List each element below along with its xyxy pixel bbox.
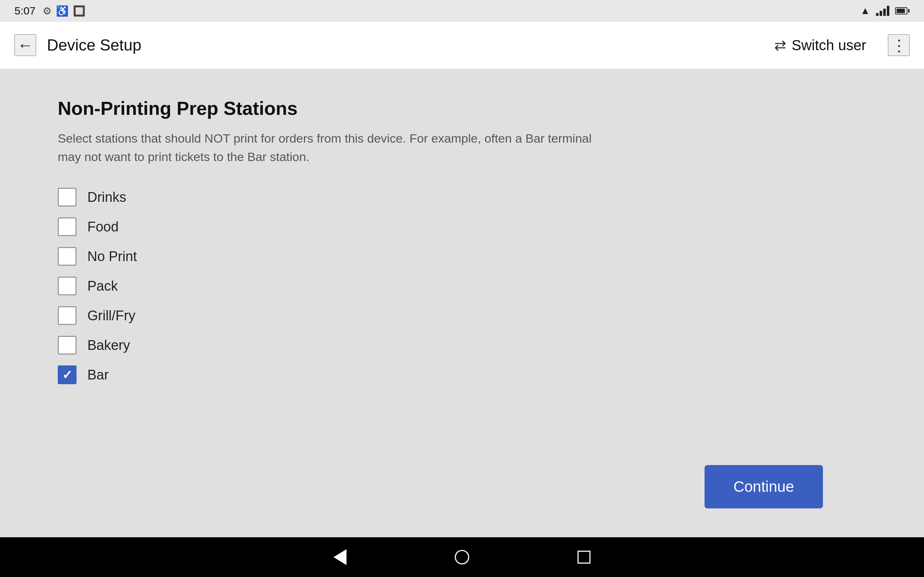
battery-icon [895, 7, 910, 15]
food-label: Food [87, 219, 119, 235]
bar-checkbox[interactable] [58, 366, 77, 384]
status-icons: ⚙ ♿ 🔲 [43, 5, 85, 17]
noprint-label: No Print [87, 249, 137, 264]
back-button[interactable]: ← [14, 34, 36, 56]
list-item[interactable]: Grill/Fry [58, 303, 866, 329]
food-checkbox[interactable] [58, 218, 77, 236]
continue-button[interactable]: Continue [705, 465, 823, 508]
list-item[interactable]: Bakery [58, 332, 866, 358]
nav-recent-button[interactable] [577, 551, 590, 564]
list-item[interactable]: Bar [58, 362, 866, 388]
noprint-checkbox[interactable] [58, 247, 77, 266]
wifi-icon: ▲ [860, 5, 870, 17]
nav-back-icon [334, 549, 347, 565]
back-arrow-icon: ← [17, 36, 33, 54]
button-area: Continue [58, 465, 866, 508]
app-title: Device Setup [47, 36, 141, 54]
switch-user-icon: ⇄ [774, 37, 786, 53]
status-time: 5:07 [14, 5, 35, 17]
grillfry-label: Grill/Fry [87, 308, 135, 324]
list-item[interactable]: Drinks [58, 184, 866, 210]
nav-recent-icon [577, 551, 590, 564]
section-description: Select stations that should NOT print fo… [58, 129, 599, 166]
nav-home-button[interactable] [455, 550, 469, 564]
status-bar-left: 5:07 ⚙ ♿ 🔲 [14, 5, 85, 17]
list-item[interactable]: Pack [58, 273, 866, 299]
more-dots-icon: ⋮ [891, 36, 906, 55]
app-bar-right: ⇄ Switch user ⋮ [767, 33, 910, 57]
list-item[interactable]: Food [58, 214, 866, 240]
pack-label: Pack [87, 279, 118, 294]
switch-user-button[interactable]: ⇄ Switch user [767, 33, 873, 57]
drinks-label: Drinks [87, 190, 126, 205]
more-menu-button[interactable]: ⋮ [888, 34, 910, 56]
nav-bar [0, 537, 924, 577]
accessibility-icon: ♿ [56, 5, 69, 17]
drinks-checkbox[interactable] [58, 188, 77, 206]
bakery-label: Bakery [87, 338, 130, 353]
grillfry-checkbox[interactable] [58, 306, 77, 325]
app-bar: ← Device Setup ⇄ Switch user ⋮ [0, 22, 924, 69]
nav-home-icon [455, 550, 469, 564]
app-bar-left: ← Device Setup [14, 34, 141, 56]
settings-icon: ⚙ [43, 5, 51, 17]
section-title: Non-Printing Prep Stations [58, 97, 866, 119]
status-bar-right: ▲ [860, 5, 910, 17]
pack-checkbox[interactable] [58, 277, 77, 295]
nav-back-button[interactable] [334, 549, 347, 565]
main-content: Non-Printing Prep Stations Select statio… [0, 69, 924, 537]
bakery-checkbox[interactable] [58, 336, 77, 355]
list-item[interactable]: No Print [58, 243, 866, 269]
status-bar: 5:07 ⚙ ♿ 🔲 ▲ [0, 0, 924, 22]
signal-icon [876, 6, 889, 16]
bar-label: Bar [87, 367, 109, 383]
checkbox-list: Drinks Food No Print Pack Grill/Fry Bake… [58, 184, 866, 388]
switch-user-label: Switch user [792, 37, 866, 53]
sim-icon: 🔲 [73, 5, 85, 17]
